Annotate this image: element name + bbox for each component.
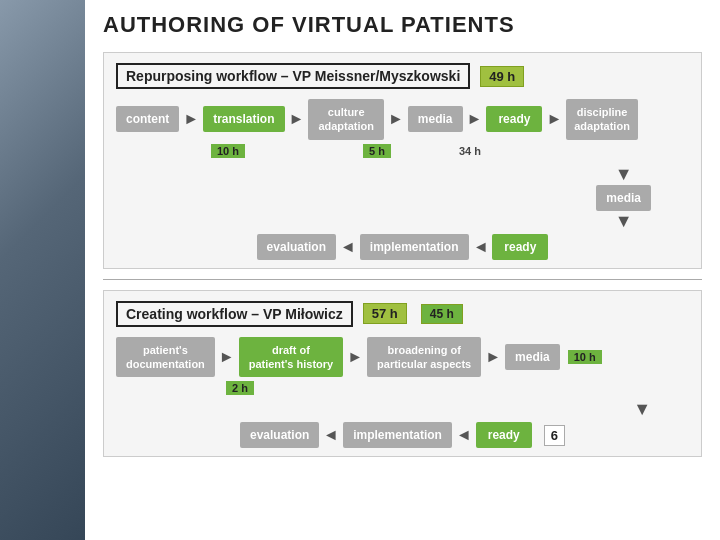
media-wf2-down-col: ▼	[633, 399, 651, 420]
box-impl2: implementation	[343, 422, 452, 448]
box-draft: draft ofpatient's history	[239, 337, 344, 378]
down-arrow-wf2: ▼	[633, 399, 651, 420]
arrow-wf2-1: ►	[219, 349, 235, 365]
arrow2: ►	[289, 111, 305, 127]
box-broadening: broadening ofparticular aspects	[367, 337, 481, 378]
workflow2-header: Creating workflow – VP Miłowicz 57 h 45 …	[116, 301, 689, 327]
box-media2: media	[596, 185, 651, 211]
box-eval2: evaluation	[240, 422, 319, 448]
arrow1: ►	[183, 111, 199, 127]
box-discipline: disciplineadaptation	[566, 99, 638, 140]
box-media: media	[408, 106, 463, 132]
arrow-impl2: ►	[456, 427, 472, 443]
box-ready-end1: ready	[492, 234, 548, 260]
hours-2h: 2 h	[226, 381, 254, 395]
section-divider	[103, 279, 702, 280]
arrow-wf2-3: ►	[485, 349, 501, 365]
arrow5: ►	[546, 111, 562, 127]
workflow1-label: Repurposing workflow – VP Meissner/Myszk…	[116, 63, 470, 89]
arrow-eval2: ►	[323, 427, 339, 443]
discipline-down-col: ▼ media ▼	[596, 164, 651, 232]
workflow1-hours: 49 h	[480, 66, 524, 87]
hours-34h-label: 34 h	[459, 145, 481, 157]
hours-5h: 5 h	[363, 144, 391, 158]
arrow3: ►	[388, 111, 404, 127]
page-title: AUTHORING OF VIRTUAL PATIENTS	[103, 12, 702, 38]
box-ready-end2: ready	[476, 422, 532, 448]
arrow-wf2-2: ►	[347, 349, 363, 365]
box-content: content	[116, 106, 179, 132]
box-media-wf2: media	[505, 344, 560, 370]
arrow-eval1: ►	[340, 239, 356, 255]
box-eval1: evaluation	[257, 234, 336, 260]
arrow-impl1: ►	[473, 239, 489, 255]
down-arrow-media: ▼	[615, 211, 633, 232]
box-ready1: ready	[486, 106, 542, 132]
down-arrow-discipline: ▼	[615, 164, 633, 185]
workflow2-hours: 57 h	[363, 303, 407, 324]
arrow4: ►	[467, 111, 483, 127]
box-patients-doc: patient'sdocumentation	[116, 337, 215, 378]
workflow2-sub-hours: 45 h	[421, 304, 463, 324]
slide-number-inline: 6	[544, 425, 565, 446]
hours-10h-wf2: 10 h	[568, 350, 602, 364]
hours-10h: 10 h	[211, 144, 245, 158]
main-content: AUTHORING OF VIRTUAL PATIENTS Repurposin…	[85, 0, 720, 540]
box-impl1: implementation	[360, 234, 469, 260]
workflow2-label: Creating workflow – VP Miłowicz	[116, 301, 353, 327]
box-translation: translation	[203, 106, 284, 132]
workflow1-header: Repurposing workflow – VP Meissner/Myszk…	[116, 63, 689, 89]
box-culture: cultureadaptation	[308, 99, 384, 140]
